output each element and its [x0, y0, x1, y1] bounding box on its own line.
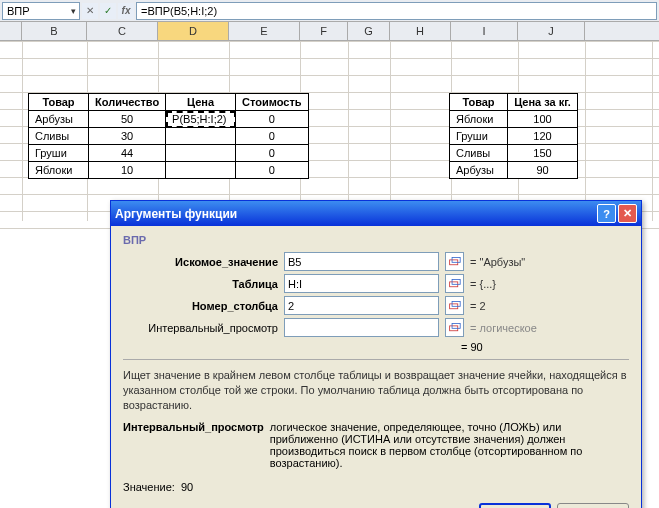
- arg-result: = логическое: [470, 322, 537, 334]
- help-button[interactable]: ?: [597, 204, 616, 223]
- cancel-icon[interactable]: ✕: [82, 3, 98, 19]
- name-box[interactable]: ВПР: [2, 2, 80, 20]
- range-select-icon[interactable]: [445, 274, 464, 293]
- dialog-titlebar[interactable]: Аргументы функции ? ✕: [111, 201, 641, 226]
- arg-label: Таблица: [123, 278, 278, 290]
- arg-result: = 2: [470, 300, 486, 312]
- arg-result: = {...}: [470, 278, 496, 290]
- dialog-title: Аргументы функции: [115, 207, 237, 221]
- arg-desc-label: Интервальный_просмотр: [123, 421, 264, 469]
- arg-result: = "Арбузы": [470, 256, 525, 268]
- right-table: ТоварЦена за кг.Яблоки100Груши120Сливы15…: [449, 93, 578, 179]
- result-label: Значение:: [123, 481, 175, 493]
- formula-input[interactable]: =ВПР(B5;H:I;2): [136, 2, 657, 20]
- function-arguments-dialog: Аргументы функции ? ✕ ВПР Искомое_значен…: [110, 200, 642, 508]
- arg-input[interactable]: [284, 296, 439, 315]
- range-select-icon[interactable]: [445, 296, 464, 315]
- close-button[interactable]: ✕: [618, 204, 637, 223]
- arg-label: Искомое_значение: [123, 256, 278, 268]
- column-header[interactable]: B: [22, 22, 87, 40]
- column-header[interactable]: E: [229, 22, 300, 40]
- arg-label: Интервальный_просмотр: [123, 322, 278, 334]
- arg-input[interactable]: [284, 252, 439, 271]
- function-description: Ищет значение в крайнем левом столбце та…: [123, 359, 629, 413]
- arg-input[interactable]: [284, 274, 439, 293]
- arg-input[interactable]: [284, 318, 439, 337]
- spreadsheet-area[interactable]: ТоварКоличествоЦенаСтоимостьАрбузы50Р(B5…: [0, 41, 659, 221]
- column-header[interactable]: I: [451, 22, 518, 40]
- range-select-icon[interactable]: [445, 318, 464, 337]
- column-header[interactable]: F: [300, 22, 348, 40]
- fx-icon[interactable]: fx: [118, 3, 134, 19]
- column-header[interactable]: H: [390, 22, 451, 40]
- column-headers: BCDEFGHIJ: [0, 22, 659, 41]
- column-header[interactable]: G: [348, 22, 390, 40]
- cancel-button[interactable]: Отмена: [557, 503, 629, 508]
- ok-button[interactable]: ОК: [479, 503, 551, 508]
- arg-desc-text: логическое значение, определяющее, точно…: [270, 421, 629, 469]
- left-table: ТоварКоличествоЦенаСтоимостьАрбузы50Р(B5…: [28, 93, 309, 179]
- function-name: ВПР: [123, 234, 629, 246]
- range-select-icon[interactable]: [445, 252, 464, 271]
- column-header[interactable]: C: [87, 22, 158, 40]
- confirm-icon[interactable]: ✓: [100, 3, 116, 19]
- arg-label: Номер_столбца: [123, 300, 278, 312]
- column-header[interactable]: D: [158, 22, 229, 40]
- formula-bar: ВПР ✕ ✓ fx =ВПР(B5;H:I;2): [0, 0, 659, 22]
- preview-result: = 90: [123, 341, 629, 353]
- result-value: 90: [181, 481, 193, 493]
- column-header[interactable]: J: [518, 22, 585, 40]
